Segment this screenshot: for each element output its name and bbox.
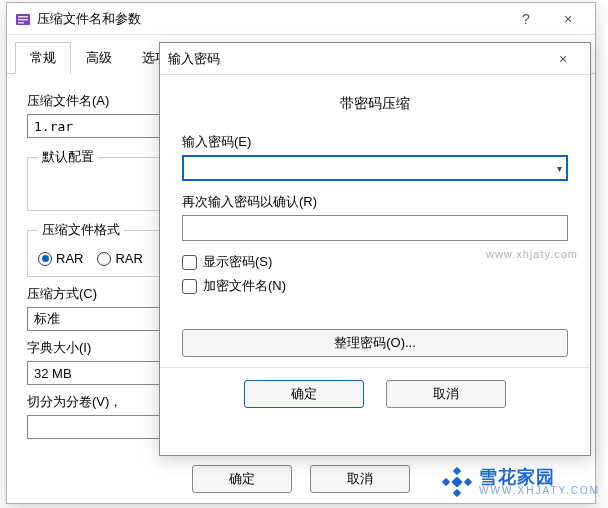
- svg-rect-7: [464, 478, 472, 486]
- main-titlebar: 压缩文件名和参数 ? ×: [7, 3, 595, 35]
- password-label: 输入密码(E): [182, 133, 568, 151]
- main-cancel-button[interactable]: 取消: [310, 465, 410, 493]
- confirm-label: 再次输入密码以确认(R): [182, 193, 568, 211]
- modal-button-row: 确定 取消: [160, 367, 590, 420]
- encrypt-names-label: 加密文件名(N): [203, 277, 286, 295]
- watermark-text: 雪花家园: [479, 468, 600, 486]
- modal-close-button[interactable]: ×: [542, 44, 584, 74]
- checkbox-icon: [182, 255, 197, 270]
- help-button[interactable]: ?: [505, 4, 547, 34]
- modal-cancel-button[interactable]: 取消: [386, 380, 506, 408]
- tab-advanced[interactable]: 高级: [71, 42, 127, 74]
- watermark-logo: 雪花家园 WWW.XHJATY.COM: [441, 466, 600, 498]
- svg-rect-5: [453, 489, 461, 497]
- snowflake-icon: [441, 466, 473, 498]
- default-profile-legend: 默认配置: [38, 148, 98, 166]
- format-radio-rar4[interactable]: RAR: [97, 251, 142, 266]
- svg-rect-2: [18, 19, 28, 21]
- main-ok-button[interactable]: 确定: [192, 465, 292, 493]
- format-legend: 压缩文件格式: [38, 221, 124, 239]
- dict-value: 32 MB: [34, 366, 72, 381]
- radio-icon: [38, 252, 52, 266]
- encrypt-names-checkbox[interactable]: 加密文件名(N): [182, 277, 568, 295]
- modal-body: 带密码压缩 输入密码(E) ▾ 再次输入密码以确认(R) 显示密码(S) 加密文…: [160, 75, 590, 367]
- svg-rect-1: [18, 16, 28, 18]
- modal-titlebar: 输入密码 ×: [160, 43, 590, 75]
- modal-header: 带密码压缩: [182, 95, 568, 113]
- password-input[interactable]: ▾: [182, 155, 568, 181]
- radio-icon: [97, 252, 111, 266]
- checkbox-icon: [182, 279, 197, 294]
- close-button[interactable]: ×: [547, 4, 589, 34]
- confirm-password-input[interactable]: [182, 215, 568, 241]
- svg-rect-4: [453, 467, 461, 475]
- svg-rect-6: [442, 478, 450, 486]
- show-password-label: 显示密码(S): [203, 253, 272, 271]
- modal-title: 输入密码: [168, 50, 542, 68]
- main-title: 压缩文件名和参数: [37, 10, 505, 28]
- tab-general[interactable]: 常规: [15, 42, 71, 74]
- app-icon: [15, 11, 31, 27]
- svg-rect-3: [18, 22, 24, 24]
- method-value: 标准: [34, 310, 60, 328]
- chevron-down-icon: ▾: [557, 163, 562, 174]
- format-radio-rar[interactable]: RAR: [38, 251, 83, 266]
- organize-passwords-button[interactable]: 整理密码(O)...: [182, 329, 568, 357]
- svg-rect-8: [451, 476, 462, 487]
- watermark-url: www.xhjaty.com: [486, 248, 578, 260]
- modal-ok-button[interactable]: 确定: [244, 380, 364, 408]
- watermark-subtext: WWW.XHJATY.COM: [479, 486, 600, 496]
